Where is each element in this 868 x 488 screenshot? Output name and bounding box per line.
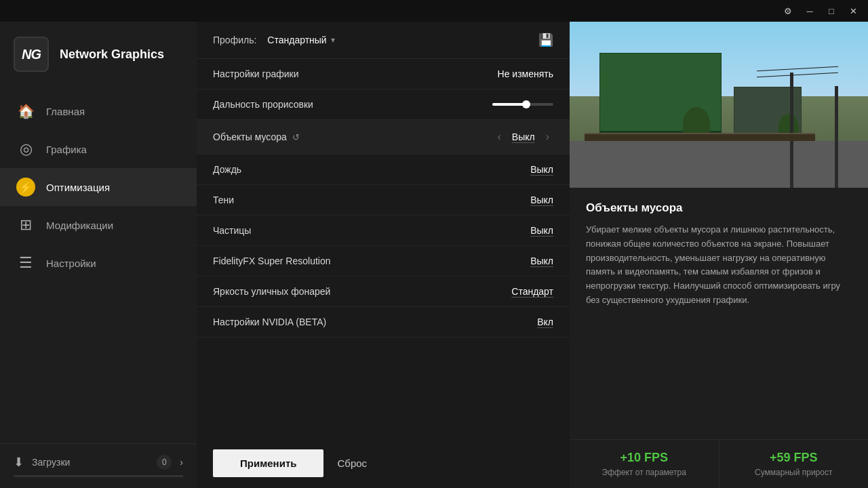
lightning-icon: ⚡ — [16, 178, 35, 197]
minimize-btn[interactable]: ─ — [800, 3, 819, 18]
profile-value: Стандартный — [267, 35, 326, 45]
reset-button[interactable]: Сброс — [337, 458, 367, 469]
downloads-count: 0 — [157, 455, 172, 470]
graphics-icon: ◎ — [16, 140, 35, 159]
scene-road — [570, 141, 868, 188]
streetlights-value-text: Стандарт — [511, 286, 553, 297]
sidebar-item-graphics[interactable]: ◎ Графика — [0, 130, 197, 168]
setting-row-draw-distance[interactable]: Дальность прорисовки — [197, 89, 570, 120]
sidebar-nav: 🏠 Главная ◎ Графика ⚡ Оптимизация ⊞ Моди… — [0, 87, 197, 443]
setting-value-graphics: Не изменять — [498, 68, 553, 79]
right-panel: Объекты мусора Убирает мелкие объекты му… — [570, 22, 868, 488]
close-btn[interactable]: ✕ — [844, 3, 863, 18]
download-icon: ⬇ — [14, 455, 24, 470]
stat-label-effect: Эффект от параметра — [586, 468, 703, 477]
profile-select[interactable]: Стандартный ▾ — [267, 35, 334, 45]
pole-1 — [790, 73, 793, 188]
slider-track[interactable] — [492, 103, 553, 106]
setting-value-particles: Выкл — [530, 225, 553, 236]
title-bar: ⚙ ─ □ ✕ — [0, 0, 868, 22]
sidebar-logo: NG Network Graphics — [0, 22, 197, 87]
preview-image — [570, 22, 868, 188]
sidebar-item-settings[interactable]: ☰ Настройки — [0, 244, 197, 282]
stat-block-total: +59 FPS Суммарный прирост — [719, 440, 869, 488]
setting-row-streetlights[interactable]: Яркость уличных фонарей Стандарт — [197, 277, 570, 307]
sidebar-item-label-graphics: Графика — [46, 144, 87, 155]
sidebar-item-label-settings: Настройки — [46, 258, 96, 269]
shadows-value-text: Выкл — [530, 195, 553, 205]
maximize-btn[interactable]: □ — [822, 3, 841, 18]
fence — [585, 133, 815, 141]
stat-value-total: +59 FPS — [736, 451, 852, 465]
setting-row-particles[interactable]: Частицы Выкл — [197, 216, 570, 246]
stat-block-effect: +10 FPS Эффект от параметра — [570, 440, 719, 488]
downloads-progress-bar — [14, 475, 183, 477]
setting-row-fidelityfx[interactable]: FidelityFX Super Resolution Выкл — [197, 246, 570, 277]
setting-row-nvidia[interactable]: Настройки NVIDIA (BETA) Вкл — [197, 307, 570, 338]
info-title: Объекты мусора — [586, 201, 852, 215]
logo-mark: NG — [14, 37, 49, 72]
slider-fill — [492, 103, 526, 106]
settings-area: Настройки графики Не изменять Дальность … — [197, 59, 570, 488]
downloads-row[interactable]: ⬇ Загрузки 0 › — [14, 455, 183, 470]
downloads-arrow-icon: › — [180, 457, 183, 468]
particles-value-text: Выкл — [530, 225, 553, 236]
refresh-icon[interactable]: ↺ — [292, 132, 300, 142]
mods-icon: ⊞ — [16, 216, 35, 235]
setting-name-rain: Дождь — [213, 164, 530, 175]
setting-value-rain: Выкл — [530, 164, 553, 175]
sidebar-item-label-mods: Модификации — [46, 220, 113, 231]
app-body: NG Network Graphics 🏠 Главная ◎ Графика … — [0, 22, 868, 488]
stats-row: +10 FPS Эффект от параметра +59 FPS Сумм… — [570, 439, 868, 488]
save-profile-button[interactable]: 💾 — [538, 33, 553, 47]
settings-nav-icon: ☰ — [16, 253, 35, 272]
sidebar-item-label-home: Главная — [46, 106, 85, 117]
logo-text: Network Graphics — [60, 47, 164, 62]
setting-value-nvidia: Вкл — [537, 317, 553, 327]
stat-label-total: Суммарный прирост — [736, 468, 852, 477]
main-content: Профиль: Стандартный ▾ 💾 Настройки графи… — [197, 22, 570, 488]
sidebar-item-label-optimization: Оптимизация — [46, 182, 110, 193]
draw-distance-slider[interactable] — [492, 103, 553, 106]
setting-name-graphics: Настройки графики — [213, 68, 498, 79]
profile-label: Профиль: — [213, 35, 256, 45]
info-description: Убирает мелкие объекты мусора и лишнюю р… — [586, 223, 852, 308]
setting-value-trash: ‹ Выкл › — [493, 129, 553, 144]
setting-row-graphics-settings[interactable]: Настройки графики Не изменять — [197, 59, 570, 89]
sidebar-item-optimization[interactable]: ⚡ Оптимизация — [0, 168, 197, 206]
setting-row-trash-objects[interactable]: Объекты мусора ↺ ‹ Выкл › — [197, 120, 570, 155]
setting-name-fidelityfx: FidelityFX Super Resolution — [213, 256, 530, 266]
trash-value-text: Выкл — [512, 131, 535, 142]
settings-titlebar-btn[interactable]: ⚙ — [778, 3, 797, 18]
sidebar-item-mods[interactable]: ⊞ Модификации — [0, 206, 197, 244]
setting-name-trash: Объекты мусора ↺ — [213, 131, 493, 142]
rain-value-text: Выкл — [530, 164, 553, 175]
sidebar: NG Network Graphics 🏠 Главная ◎ Графика … — [0, 22, 197, 488]
nvidia-value-text: Вкл — [537, 317, 553, 327]
action-bar: Применить Сброс — [197, 439, 570, 488]
setting-value-shadows: Выкл — [530, 195, 553, 205]
preview-scene — [570, 22, 868, 188]
setting-name-shadows: Тени — [213, 195, 530, 205]
setting-value-draw-distance — [492, 103, 553, 106]
setting-row-shadows[interactable]: Тени Выкл — [197, 185, 570, 216]
window-controls: ⚙ ─ □ ✕ — [778, 3, 863, 18]
arrow-left-btn[interactable]: ‹ — [493, 129, 505, 144]
stat-value-effect: +10 FPS — [586, 451, 703, 465]
slider-thumb[interactable] — [522, 100, 530, 108]
setting-name-draw-distance: Дальность прорисовки — [213, 99, 492, 110]
setting-name-streetlights: Яркость уличных фонарей — [213, 286, 511, 297]
setting-name-particles: Частицы — [213, 225, 530, 236]
home-icon: 🏠 — [16, 102, 35, 121]
sidebar-item-home[interactable]: 🏠 Главная — [0, 92, 197, 130]
setting-row-rain[interactable]: Дождь Выкл — [197, 155, 570, 185]
settings-list: Настройки графики Не изменять Дальность … — [197, 59, 570, 439]
arrow-right-btn[interactable]: › — [542, 129, 553, 144]
graphics-value-text: Не изменять — [498, 68, 553, 79]
pole-2 — [835, 86, 838, 188]
fidelityfx-value-text: Выкл — [530, 256, 553, 266]
apply-button[interactable]: Применить — [213, 449, 323, 477]
downloads-section: ⬇ Загрузки 0 › — [0, 443, 197, 488]
setting-name-nvidia: Настройки NVIDIA (BETA) — [213, 317, 537, 327]
top-bar: Профиль: Стандартный ▾ 💾 — [197, 22, 570, 59]
